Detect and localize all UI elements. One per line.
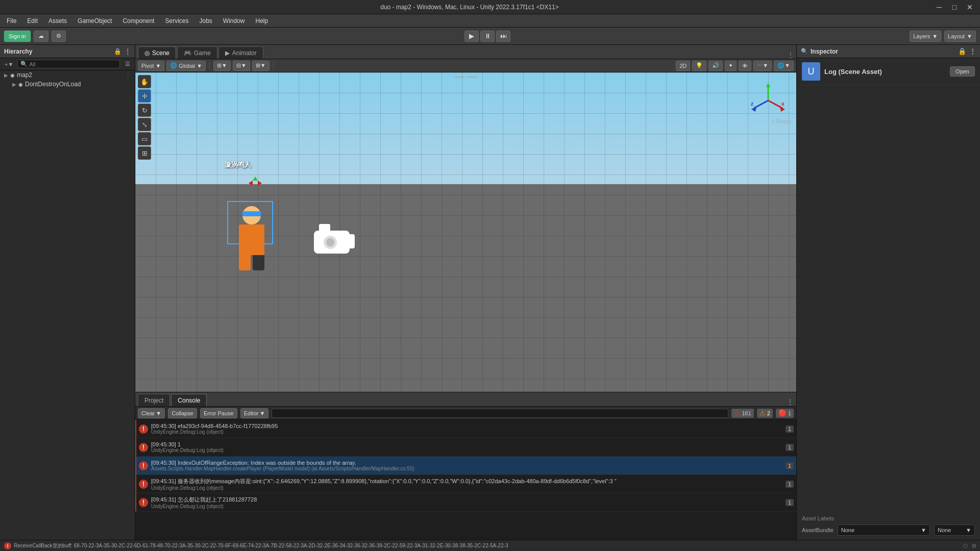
move-tool[interactable]: ✛ — [138, 89, 151, 103]
collapse-button[interactable]: Collapse — [168, 408, 197, 418]
layout-chevron-icon: ▼ — [967, 33, 972, 39]
hierarchy-filter-button[interactable]: ☰ — [123, 60, 132, 68]
scene-extra[interactable]: 🌐▼ — [774, 61, 794, 71]
cloud-button[interactable]: ☁ — [34, 31, 48, 42]
hierarchy-search[interactable]: 🔍 All — [17, 60, 120, 68]
scene-view-menu[interactable]: ⋮ — [787, 75, 794, 83]
lighting-button[interactable]: 💡 — [692, 61, 706, 71]
play-button[interactable]: ▶ — [464, 31, 479, 42]
svg-point-7 — [326, 238, 334, 246]
open-button[interactable]: Open — [950, 66, 975, 77]
gizmo-button[interactable]: ⊟▼ — [233, 61, 250, 71]
menu-assets[interactable]: Assets — [44, 16, 71, 26]
scene-tab-menu[interactable]: ⋮ — [788, 52, 794, 59]
menu-jobs[interactable]: Jobs — [195, 16, 216, 26]
tab-scene[interactable]: ◎ Scene — [138, 46, 176, 59]
asset-labels-title: Asset Labels — [802, 515, 975, 521]
global-button[interactable]: 🌐 Global ▼ — [166, 61, 206, 71]
tab-game[interactable]: 🎮 Game — [177, 46, 217, 59]
error-pause-button[interactable]: Error Pause — [200, 408, 237, 418]
global-chevron-icon: ▼ — [197, 63, 202, 69]
scene-options[interactable]: ⋯▼ — [753, 61, 772, 71]
tab-console[interactable]: Console — [171, 394, 207, 406]
persp-label: < Persp — [772, 118, 791, 124]
grid-button[interactable]: ⊞▼ — [213, 61, 231, 71]
console-message-3[interactable]: ! [09:45:31] 服务器收到的message内容是:oint:{"X":… — [135, 475, 796, 493]
rotate-tool[interactable]: ↻ — [138, 104, 151, 117]
hierarchy-item-map2[interactable]: ▶ ◉ map2 ⋮ — [0, 70, 135, 80]
labels-value: None — [938, 527, 951, 533]
step-button[interactable]: ⏭ — [496, 31, 510, 42]
error-badge[interactable]: ⚠ 161 — [731, 409, 753, 418]
layers-dropdown[interactable]: Layers ▼ — [910, 31, 941, 42]
status-text: ReceiveCallBack里的buff: 68-70-22-3A-35-30… — [14, 542, 961, 549]
menu-window[interactable]: Window — [219, 16, 249, 26]
menu-gameobject[interactable]: GameObject — [74, 16, 116, 26]
console-message-0[interactable]: ! [09:45:30] efa293cf-94d8-4548-b7cc-f17… — [135, 420, 796, 438]
hierarchy-lock-icon[interactable]: 🔒 — [114, 48, 121, 55]
pivot-button[interactable]: Pivot ▼ — [138, 61, 164, 71]
hide-button[interactable]: 👁 — [739, 61, 751, 71]
character-body — [237, 206, 265, 270]
menu-file[interactable]: File — [3, 16, 20, 26]
console-search[interactable] — [272, 409, 728, 418]
camera-shape — [311, 223, 357, 258]
console-message-2[interactable]: ! [09:45:30] IndexOutOfRangeException: I… — [135, 457, 796, 475]
minimize-button[interactable]: ─ — [934, 2, 944, 12]
move-arrows — [248, 176, 263, 192]
warn-icon: ⚠ — [760, 409, 766, 417]
hierarchy-item-dontdestroy[interactable]: ▶ ◉ DontDestroyOnLoad — [0, 80, 135, 89]
info-count: 1 — [788, 410, 791, 416]
close-button[interactable]: ✕ — [965, 2, 975, 12]
inspector-menu-icon[interactable]: ⋮ — [969, 47, 976, 55]
scale-tool[interactable]: ⤡ — [138, 118, 151, 131]
layers-label: Layers — [913, 33, 930, 39]
msg-sub-1: UnityEngine.Debug:Log (object) — [151, 447, 786, 453]
scene-character[interactable]: 漩涡鸣人 — [237, 206, 265, 270]
scene-view-mode[interactable]: 2D — [676, 61, 690, 71]
status-error-icon: ! — [4, 542, 11, 549]
inspector-asset-section: U Log (Scene Asset) Open — [797, 58, 980, 85]
global-label: Global — [179, 63, 195, 69]
rect-tool[interactable]: ▭ — [138, 132, 151, 145]
hierarchy-menu-icon[interactable]: ⋮ — [125, 48, 131, 55]
msg-sub-2: Assets.Scripts.Handler.MapHandler.create… — [151, 466, 786, 471]
hierarchy-item-menu[interactable]: ⋮ — [125, 72, 131, 79]
hierarchy-toolbar: +▼ 🔍 All ☰ — [0, 58, 135, 70]
view-options-button[interactable]: ⊞▼ — [252, 61, 270, 71]
console-message-4[interactable]: ! [09:45:31] 怎么都让我赶上了21881287728 UnityEn… — [135, 493, 796, 512]
menu-help[interactable]: Help — [252, 16, 273, 26]
scene-view[interactable]: ✋ ✛ ↻ ⤡ ▭ ⊞ 漩涡鸣人 — [135, 72, 796, 392]
info-badge[interactable]: 🔴 1 — [776, 409, 794, 418]
menu-services[interactable]: Services — [161, 16, 192, 26]
console-messages[interactable]: ! [09:45:30] efa293cf-94d8-4548-b7cc-f17… — [135, 420, 796, 540]
inspector-lock-icon[interactable]: 🔒 — [958, 47, 966, 55]
transform-tool[interactable]: ⊞ — [138, 146, 151, 160]
editor-button[interactable]: Editor ▼ — [240, 408, 269, 418]
maximize-button[interactable]: □ — [949, 2, 960, 12]
labels-dropdown[interactable]: None ▼ — [934, 524, 975, 536]
account-button[interactable]: ⚙ — [52, 31, 66, 42]
scene-camera-object[interactable] — [311, 223, 357, 258]
effects-button[interactable]: ✦ — [725, 61, 737, 71]
bottom-panel-menu[interactable]: ⋮ — [787, 398, 794, 406]
clear-button[interactable]: Clear ▼ — [138, 408, 165, 418]
menu-component[interactable]: Component — [118, 16, 158, 26]
hand-tool[interactable]: ✋ — [138, 75, 151, 88]
console-message-1[interactable]: ! [09:45:30] 1 UnityEngine.Debug:Log (ob… — [135, 438, 796, 457]
toolbar: Sign in ☁ ⚙ ▶ ⏸ ⏭ Layers ▼ Layout ▼ — [0, 28, 980, 45]
scene-gizmo[interactable]: x z — [748, 80, 789, 121]
audio-button[interactable]: 🔊 — [708, 61, 723, 71]
asset-bundle-dropdown[interactable]: None ▼ — [838, 524, 930, 536]
svg-marker-9 — [766, 83, 770, 87]
pause-button[interactable]: ⏸ — [480, 31, 495, 42]
svg-rect-5 — [319, 224, 330, 233]
tab-project[interactable]: Project — [138, 394, 170, 406]
settings-icon: ⊟ — [972, 543, 976, 548]
hierarchy-add-button[interactable]: +▼ — [3, 60, 15, 68]
warn-badge[interactable]: ⚠ 2 — [757, 409, 773, 418]
tab-animator[interactable]: ▶ Animator — [218, 46, 263, 59]
layout-dropdown[interactable]: Layout ▼ — [944, 31, 976, 42]
sign-in-button[interactable]: Sign in — [4, 31, 31, 42]
menu-edit[interactable]: Edit — [23, 16, 42, 26]
